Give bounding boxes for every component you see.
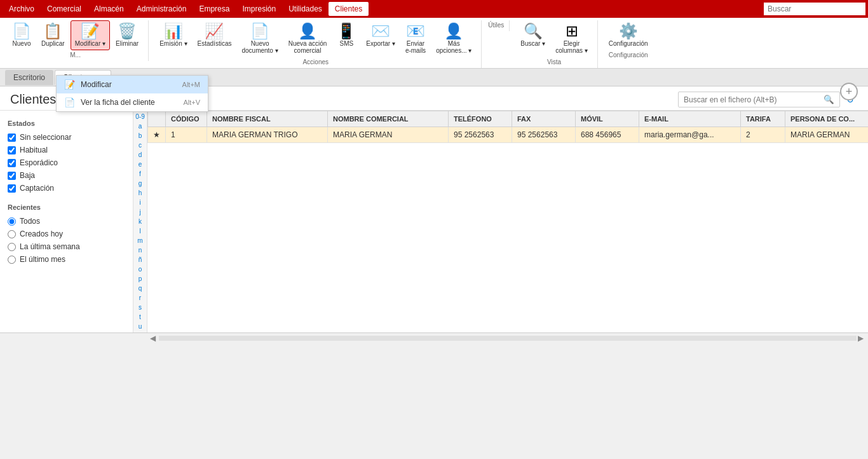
- nuevo-label: Nuevo: [13, 40, 31, 47]
- ribbon-group-utiles-label: Útiles: [488, 22, 504, 29]
- th-persona[interactable]: PERSONA DE CO...: [785, 111, 869, 127]
- radio-ultimo-mes[interactable]: [8, 256, 16, 264]
- search-box: 🔍: [678, 92, 840, 107]
- duplicar-button[interactable]: 📋 Duplicar: [37, 20, 69, 50]
- dropdown-ver-ficha[interactable]: 📄 Ver la ficha del cliente Alt+V: [57, 93, 208, 111]
- alpha-f[interactable]: f: [139, 169, 141, 179]
- alpha-b[interactable]: b: [139, 131, 142, 140]
- alpha-j[interactable]: j: [139, 207, 140, 217]
- eliminar-button[interactable]: 🗑️ Eliminar: [111, 20, 143, 50]
- checkbox-sin-seleccionar[interactable]: [8, 134, 16, 142]
- alpha-k[interactable]: k: [139, 217, 142, 226]
- alpha-o[interactable]: o: [139, 264, 142, 274]
- duplicar-icon: 📋: [43, 24, 62, 39]
- sidebar-ultima-semana[interactable]: La última semana: [0, 240, 133, 253]
- alpha-i[interactable]: i: [139, 198, 140, 207]
- alpha-ñ[interactable]: ñ: [139, 255, 142, 264]
- menu-archivo[interactable]: Archivo: [3, 2, 41, 16]
- menu-comercial[interactable]: Comercial: [41, 2, 88, 16]
- buscar-icon: 🔍: [524, 24, 543, 39]
- radio-ultima-semana[interactable]: [8, 243, 16, 251]
- dropdown-modificar-label: Modificar: [81, 80, 112, 89]
- elegir-columnas-button[interactable]: ⊞ Elegircolumnas: [551, 20, 592, 57]
- tab-escritorio[interactable]: Escritorio: [5, 70, 53, 85]
- alpha-t[interactable]: t: [139, 312, 141, 322]
- ribbon-group-acciones-label: Acciones: [302, 58, 329, 65]
- alpha-u[interactable]: u: [139, 322, 142, 331]
- nuevo-documento-button[interactable]: 📄 Nuevodocumento: [237, 20, 282, 57]
- estadisticas-button[interactable]: 📈 Estadísticas: [193, 20, 236, 50]
- emision-label: Emisión: [159, 40, 187, 47]
- menu-impresion[interactable]: Impresión: [236, 2, 282, 16]
- buscar-button[interactable]: 🔍 Buscar: [516, 20, 550, 50]
- add-button[interactable]: +: [840, 83, 858, 100]
- search-button[interactable]: 🔍: [818, 92, 839, 107]
- checkbox-habitual[interactable]: [8, 146, 16, 154]
- menu-almacen[interactable]: Almacén: [88, 2, 130, 16]
- scroll-right-btn[interactable]: ▶: [858, 334, 865, 343]
- checkbox-baja[interactable]: [8, 172, 16, 180]
- alpha-g[interactable]: g: [139, 179, 142, 188]
- sidebar-sin-seleccionar[interactable]: Sin seleccionar: [0, 131, 133, 144]
- alpha-d[interactable]: d: [139, 150, 142, 160]
- exportar-button[interactable]: ✉️ Exportar: [362, 20, 400, 50]
- menu-utilidades[interactable]: Utilidades: [282, 2, 329, 16]
- th-nombre-fiscal[interactable]: NOMBRE FISCAL: [207, 111, 328, 127]
- ribbon-group-main: 📄 Nuevo 📋 Duplicar 📝 Modificar 🗑️ Elimin…: [3, 20, 149, 61]
- td-star[interactable]: ★: [148, 127, 166, 143]
- sidebar-ultimo-mes[interactable]: El último mes: [0, 253, 133, 266]
- horizontal-scrollbar[interactable]: [159, 336, 857, 341]
- enviar-emails-button[interactable]: 📧 Enviare-mails: [401, 20, 430, 57]
- alpha-s[interactable]: s: [139, 303, 142, 312]
- th-codigo[interactable]: CÓDIGO: [166, 111, 207, 127]
- sidebar-captacion[interactable]: Captación: [0, 182, 133, 195]
- checkbox-captacion[interactable]: [8, 184, 16, 193]
- table-area[interactable]: CÓDIGO NOMBRE FISCAL NOMBRE COMERCIAL TE…: [147, 111, 868, 332]
- alpha-r[interactable]: r: [139, 293, 141, 303]
- alpha-m[interactable]: m: [137, 236, 142, 245]
- menu-empresa[interactable]: Empresa: [193, 2, 236, 16]
- modificar-button[interactable]: 📝 Modificar: [71, 20, 110, 50]
- alpha-c[interactable]: c: [139, 140, 142, 150]
- alpha-p[interactable]: p: [139, 274, 142, 284]
- sms-label: SMS: [339, 40, 353, 47]
- menu-administracion[interactable]: Administración: [130, 2, 193, 16]
- search-input[interactable]: [679, 93, 818, 107]
- menu-clientes[interactable]: Clientes: [329, 2, 369, 16]
- dropdown-modificar[interactable]: 📝 Modificar Alt+M: [57, 76, 208, 93]
- sidebar-creados-hoy[interactable]: Creados hoy: [0, 228, 133, 240]
- scroll-left-btn[interactable]: ◀: [150, 334, 158, 343]
- sidebar-esporadico[interactable]: Esporádico: [0, 156, 133, 169]
- td-nombre-fiscal: MARIA GERMAN TRIGO: [207, 127, 328, 143]
- alpha-n[interactable]: n: [139, 245, 142, 255]
- radio-todos[interactable]: [8, 217, 16, 226]
- alpha-a[interactable]: a: [139, 121, 142, 131]
- sidebar-baja[interactable]: Baja: [0, 169, 133, 182]
- alpha-09[interactable]: 0-9: [135, 112, 144, 121]
- configuracion-button[interactable]: ⚙️ Configuración: [604, 20, 653, 50]
- radio-creados-hoy[interactable]: [8, 230, 16, 238]
- alpha-l[interactable]: l: [139, 226, 140, 236]
- sidebar-habitual[interactable]: Habitual: [0, 144, 133, 156]
- th-tarifa[interactable]: TARIFA: [741, 111, 785, 127]
- sidebar-captacion-label: Captación: [20, 184, 54, 193]
- alpha-e[interactable]: e: [139, 160, 142, 169]
- nuevo-documento-icon: 📄: [250, 24, 269, 39]
- global-search-input[interactable]: [764, 3, 865, 15]
- table-row[interactable]: ★ 1 MARIA GERMAN TRIGO MARIA GERMAN 95 2…: [148, 127, 869, 143]
- sms-button[interactable]: 📱 SMS: [332, 20, 360, 50]
- alpha-q[interactable]: q: [139, 284, 142, 293]
- mas-opciones-button[interactable]: 👤 Másopciones...: [431, 20, 476, 57]
- eliminar-icon: 🗑️: [118, 24, 137, 39]
- checkbox-esporadico[interactable]: [8, 159, 16, 167]
- th-telefono[interactable]: TELÉFONO: [449, 111, 512, 127]
- th-fax[interactable]: FAX: [512, 111, 576, 127]
- th-movil[interactable]: MÓVIL: [576, 111, 639, 127]
- sidebar-todos[interactable]: Todos: [0, 215, 133, 228]
- alpha-h[interactable]: h: [139, 188, 142, 198]
- th-nombre-comercial[interactable]: NOMBRE COMERCIAL: [328, 111, 449, 127]
- th-email[interactable]: E-MAIL: [639, 111, 741, 127]
- nueva-accion-button[interactable]: 👤 Nueva accióncomercial: [284, 20, 332, 57]
- nuevo-button[interactable]: 📄 Nuevo: [8, 20, 36, 50]
- emision-button[interactable]: 📊 Emisión: [155, 20, 191, 50]
